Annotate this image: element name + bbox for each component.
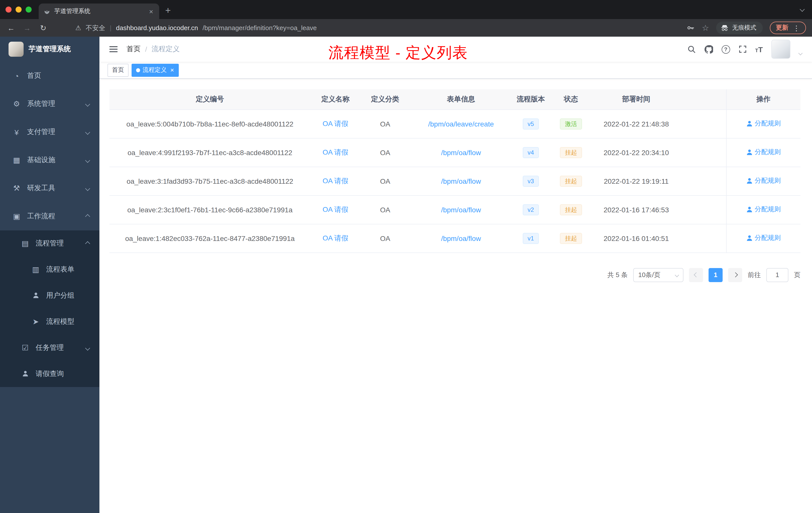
url-path: /bpm/manager/definition?key=oa_leave bbox=[203, 24, 317, 32]
forward-button[interactable]: → bbox=[22, 24, 32, 32]
screen: 芋道管理系统 × + ← → ↻ ⚠ 不安全 | dashboard.yudao… bbox=[0, 0, 812, 513]
update-label: 更新 bbox=[776, 24, 788, 32]
chevron-left-icon bbox=[694, 272, 698, 277]
prev-page-button[interactable] bbox=[689, 268, 703, 282]
status-badge: 挂起 bbox=[560, 204, 582, 215]
sidebar-item-task-management[interactable]: ☑ 任务管理 bbox=[0, 335, 99, 361]
goto-page-input[interactable] bbox=[766, 268, 788, 282]
sidebar-item-system[interactable]: ⚙ 系统管理 bbox=[0, 90, 99, 118]
yen-icon: ¥ bbox=[12, 128, 21, 136]
form-link[interactable]: /bpm/oa/leave/create bbox=[428, 120, 494, 128]
person-icon bbox=[746, 235, 753, 241]
close-window-button[interactable] bbox=[5, 6, 11, 12]
select-caret-icon bbox=[675, 273, 679, 277]
assign-rule-link[interactable]: 分配规则 bbox=[746, 176, 781, 185]
zoom-window-button[interactable] bbox=[26, 6, 32, 12]
form-link[interactable]: /bpm/oa/flow bbox=[441, 177, 481, 185]
dashboard-icon: ◔ bbox=[12, 71, 21, 80]
sidebar-item-devtools[interactable]: ⚒ 研发工具 bbox=[0, 174, 99, 202]
version-badge: v3 bbox=[522, 175, 539, 186]
form-link[interactable]: /bpm/oa/flow bbox=[441, 148, 481, 156]
status-badge: 挂起 bbox=[560, 147, 582, 158]
definition-id: oa_leave:5:004b710b-7b8a-11ec-8ef0-acde4… bbox=[126, 120, 293, 128]
filler-cell bbox=[680, 110, 726, 138]
col-deploy-time: 部署时间 bbox=[592, 89, 680, 110]
table-row: oa_leave:5:004b710b-7b8a-11ec-8ef0-acde4… bbox=[110, 110, 801, 138]
app: 芋道管理系统 ◔ 首页 ⚙ 系统管理 ¥ 支付管理 ▦ 基础设施 bbox=[0, 37, 812, 513]
help-icon[interactable]: ? bbox=[721, 45, 730, 54]
font-size-icon[interactable]: TT bbox=[755, 46, 763, 53]
person-icon bbox=[746, 206, 753, 213]
form-link[interactable]: /bpm/oa/flow bbox=[441, 206, 481, 214]
sidebar-item-user-group[interactable]: 用户分组 bbox=[0, 282, 99, 309]
browser-menu-icon[interactable]: ⋮ bbox=[793, 24, 800, 32]
avatar[interactable] bbox=[771, 40, 790, 59]
search-icon[interactable] bbox=[687, 45, 696, 54]
table-row: oa_leave:2:3c1f0ef1-76b1-11ec-9c66-a2380… bbox=[110, 195, 801, 224]
bookmark-star-icon[interactable]: ☆ bbox=[702, 23, 709, 33]
sidebar-item-payment[interactable]: ¥ 支付管理 bbox=[0, 118, 99, 146]
browser-toolbar: ← → ↻ ⚠ 不安全 | dashboard.yudao.iocoder.cn… bbox=[0, 19, 812, 37]
table-header-row: 定义编号 定义名称 定义分类 表单信息 流程版本 状态 部署时间 操作 bbox=[110, 89, 801, 110]
gear-icon: ⚙ bbox=[12, 99, 21, 109]
chevron-up-icon bbox=[85, 214, 90, 219]
deploy-time: 2022-01-22 20:34:10 bbox=[604, 148, 669, 156]
avatar-dropdown-icon[interactable] bbox=[799, 51, 803, 56]
assign-rule-link[interactable]: 分配规则 bbox=[746, 205, 781, 214]
security-label[interactable]: 不安全 bbox=[86, 23, 105, 32]
tab-close-icon[interactable]: × bbox=[147, 7, 155, 15]
definition-name-link[interactable]: OA 请假 bbox=[323, 119, 348, 127]
sidebar-item-infrastructure[interactable]: ▦ 基础设施 bbox=[0, 146, 99, 174]
main-area: 首页 / 流程定义 ? TT 流程模型 - 定义列表 首页 bbox=[99, 37, 812, 513]
assign-rule-link[interactable]: 分配规则 bbox=[746, 148, 781, 157]
definition-name-link[interactable]: OA 请假 bbox=[323, 176, 348, 184]
minimize-window-button[interactable] bbox=[16, 6, 22, 12]
process-management-icon: ▤ bbox=[21, 239, 30, 248]
assign-rule-link[interactable]: 分配规则 bbox=[746, 234, 781, 243]
sidebar-item-process-form[interactable]: ▥ 流程表单 bbox=[0, 256, 99, 282]
col-filler bbox=[680, 89, 726, 110]
page-size-select[interactable]: 10条/页 bbox=[633, 268, 684, 282]
tab-search-chevron-icon[interactable] bbox=[800, 7, 805, 12]
key-icon[interactable] bbox=[686, 24, 695, 32]
definition-name-link[interactable]: OA 请假 bbox=[323, 234, 348, 242]
deploy-time: 2022-01-16 01:40:51 bbox=[604, 234, 669, 242]
next-page-button[interactable] bbox=[728, 268, 742, 282]
sidebar-item-leave-query[interactable]: 请假查询 bbox=[0, 361, 99, 387]
chrome-update-button[interactable]: 更新 ⋮ bbox=[770, 22, 806, 34]
definition-id: oa_leave:4:991f2193-7b7f-11ec-a3c8-acde4… bbox=[127, 148, 292, 156]
new-tab-button[interactable]: + bbox=[165, 5, 171, 16]
address-bar[interactable]: ⚠ 不安全 | dashboard.yudao.iocoder.cn/bpm/m… bbox=[54, 23, 680, 32]
back-button[interactable]: ← bbox=[6, 24, 16, 32]
form-link[interactable]: /bpm/oa/flow bbox=[441, 234, 481, 242]
deploy-time: 2022-01-22 21:48:38 bbox=[604, 120, 669, 128]
sidebar-item-home[interactable]: ◔ 首页 bbox=[0, 62, 99, 90]
col-definition-id: 定义编号 bbox=[110, 89, 310, 110]
incognito-badge: 无痕模式 bbox=[716, 22, 763, 34]
table-row: oa_leave:1:482ec033-762a-11ec-8477-a2380… bbox=[110, 224, 801, 252]
breadcrumb-home[interactable]: 首页 bbox=[126, 45, 141, 54]
url-domain: dashboard.yudao.iocoder.cn bbox=[116, 24, 198, 32]
definition-name-link[interactable]: OA 请假 bbox=[323, 148, 348, 156]
sidebar-item-process-management[interactable]: ▤ 流程管理 bbox=[0, 231, 99, 256]
page-1-button[interactable]: 1 bbox=[708, 268, 723, 282]
assign-rule-link[interactable]: 分配规则 bbox=[746, 119, 781, 128]
github-icon[interactable] bbox=[704, 45, 713, 54]
sidebar-item-workflow[interactable]: ▣ 工作流程 bbox=[0, 202, 99, 231]
col-definition-category: 定义分类 bbox=[360, 89, 410, 110]
tag-home[interactable]: 首页 bbox=[108, 63, 128, 77]
definition-name-link[interactable]: OA 请假 bbox=[323, 205, 348, 213]
person-icon bbox=[21, 370, 30, 378]
browser-tab[interactable]: 芋道管理系统 × bbox=[39, 3, 159, 19]
tag-close-icon[interactable]: × bbox=[170, 66, 174, 74]
window-controls bbox=[0, 6, 39, 19]
reload-button[interactable]: ↻ bbox=[38, 23, 48, 32]
infrastructure-icon: ▦ bbox=[12, 156, 21, 164]
sidebar-toggle-icon[interactable] bbox=[109, 45, 118, 54]
sidebar-item-process-model[interactable]: ➤ 流程模型 bbox=[0, 309, 99, 335]
tag-process-definition[interactable]: 流程定义 × bbox=[132, 63, 178, 77]
version-badge: v1 bbox=[522, 233, 539, 244]
fullscreen-icon[interactable] bbox=[738, 45, 747, 53]
definition-category: OA bbox=[380, 234, 390, 242]
filler-cell bbox=[680, 224, 726, 252]
